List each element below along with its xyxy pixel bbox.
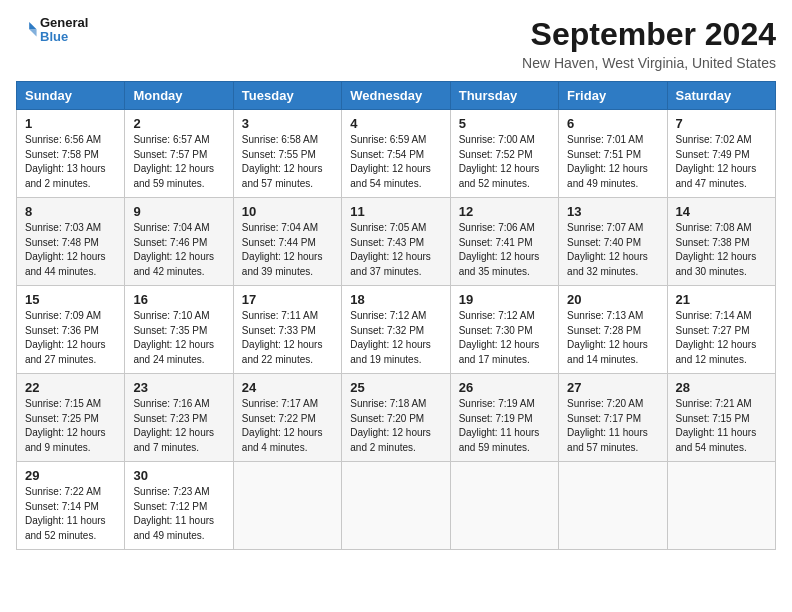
logo: General Blue <box>16 16 88 45</box>
day-info: Sunrise: 6:56 AM Sunset: 7:58 PM Dayligh… <box>25 133 116 191</box>
day-number: 4 <box>350 116 441 131</box>
day-cell: 7Sunrise: 7:02 AM Sunset: 7:49 PM Daylig… <box>667 110 775 198</box>
day-cell: 6Sunrise: 7:01 AM Sunset: 7:51 PM Daylig… <box>559 110 667 198</box>
day-info: Sunrise: 7:18 AM Sunset: 7:20 PM Dayligh… <box>350 397 441 455</box>
header-row: SundayMondayTuesdayWednesdayThursdayFrid… <box>17 82 776 110</box>
day-info: Sunrise: 7:09 AM Sunset: 7:36 PM Dayligh… <box>25 309 116 367</box>
week-row-1: 1Sunrise: 6:56 AM Sunset: 7:58 PM Daylig… <box>17 110 776 198</box>
day-cell: 5Sunrise: 7:00 AM Sunset: 7:52 PM Daylig… <box>450 110 558 198</box>
day-cell: 8Sunrise: 7:03 AM Sunset: 7:48 PM Daylig… <box>17 198 125 286</box>
calendar-body: 1Sunrise: 6:56 AM Sunset: 7:58 PM Daylig… <box>17 110 776 550</box>
day-info: Sunrise: 7:14 AM Sunset: 7:27 PM Dayligh… <box>676 309 767 367</box>
day-cell: 20Sunrise: 7:13 AM Sunset: 7:28 PM Dayli… <box>559 286 667 374</box>
day-info: Sunrise: 7:01 AM Sunset: 7:51 PM Dayligh… <box>567 133 658 191</box>
day-info: Sunrise: 7:03 AM Sunset: 7:48 PM Dayligh… <box>25 221 116 279</box>
day-cell: 29Sunrise: 7:22 AM Sunset: 7:14 PM Dayli… <box>17 462 125 550</box>
day-info: Sunrise: 7:02 AM Sunset: 7:49 PM Dayligh… <box>676 133 767 191</box>
day-info: Sunrise: 7:10 AM Sunset: 7:35 PM Dayligh… <box>133 309 224 367</box>
title-area: September 2024 New Haven, West Virginia,… <box>522 16 776 71</box>
day-number: 14 <box>676 204 767 219</box>
day-number: 27 <box>567 380 658 395</box>
day-number: 8 <box>25 204 116 219</box>
day-info: Sunrise: 7:06 AM Sunset: 7:41 PM Dayligh… <box>459 221 550 279</box>
day-cell: 9Sunrise: 7:04 AM Sunset: 7:46 PM Daylig… <box>125 198 233 286</box>
day-number: 11 <box>350 204 441 219</box>
logo-icon <box>16 19 38 41</box>
day-cell <box>667 462 775 550</box>
day-number: 12 <box>459 204 550 219</box>
day-info: Sunrise: 7:11 AM Sunset: 7:33 PM Dayligh… <box>242 309 333 367</box>
day-cell: 16Sunrise: 7:10 AM Sunset: 7:35 PM Dayli… <box>125 286 233 374</box>
day-info: Sunrise: 7:17 AM Sunset: 7:22 PM Dayligh… <box>242 397 333 455</box>
day-cell: 26Sunrise: 7:19 AM Sunset: 7:19 PM Dayli… <box>450 374 558 462</box>
day-number: 25 <box>350 380 441 395</box>
day-info: Sunrise: 6:58 AM Sunset: 7:55 PM Dayligh… <box>242 133 333 191</box>
day-number: 24 <box>242 380 333 395</box>
day-info: Sunrise: 7:19 AM Sunset: 7:19 PM Dayligh… <box>459 397 550 455</box>
day-number: 16 <box>133 292 224 307</box>
week-row-4: 22Sunrise: 7:15 AM Sunset: 7:25 PM Dayli… <box>17 374 776 462</box>
day-info: Sunrise: 6:59 AM Sunset: 7:54 PM Dayligh… <box>350 133 441 191</box>
day-number: 19 <box>459 292 550 307</box>
header-cell-sunday: Sunday <box>17 82 125 110</box>
day-cell: 1Sunrise: 6:56 AM Sunset: 7:58 PM Daylig… <box>17 110 125 198</box>
day-info: Sunrise: 7:12 AM Sunset: 7:32 PM Dayligh… <box>350 309 441 367</box>
day-cell: 24Sunrise: 7:17 AM Sunset: 7:22 PM Dayli… <box>233 374 341 462</box>
day-cell <box>342 462 450 550</box>
day-cell: 23Sunrise: 7:16 AM Sunset: 7:23 PM Dayli… <box>125 374 233 462</box>
header: General Blue September 2024 New Haven, W… <box>16 16 776 71</box>
day-cell: 25Sunrise: 7:18 AM Sunset: 7:20 PM Dayli… <box>342 374 450 462</box>
day-number: 18 <box>350 292 441 307</box>
day-number: 29 <box>25 468 116 483</box>
day-cell: 30Sunrise: 7:23 AM Sunset: 7:12 PM Dayli… <box>125 462 233 550</box>
day-info: Sunrise: 7:21 AM Sunset: 7:15 PM Dayligh… <box>676 397 767 455</box>
week-row-2: 8Sunrise: 7:03 AM Sunset: 7:48 PM Daylig… <box>17 198 776 286</box>
logo-text: General Blue <box>40 16 88 45</box>
day-info: Sunrise: 7:16 AM Sunset: 7:23 PM Dayligh… <box>133 397 224 455</box>
day-info: Sunrise: 7:08 AM Sunset: 7:38 PM Dayligh… <box>676 221 767 279</box>
header-cell-tuesday: Tuesday <box>233 82 341 110</box>
logo-line1: General <box>40 16 88 30</box>
day-info: Sunrise: 7:12 AM Sunset: 7:30 PM Dayligh… <box>459 309 550 367</box>
day-number: 6 <box>567 116 658 131</box>
day-number: 26 <box>459 380 550 395</box>
header-cell-friday: Friday <box>559 82 667 110</box>
svg-marker-1 <box>29 30 36 37</box>
day-number: 7 <box>676 116 767 131</box>
day-info: Sunrise: 7:13 AM Sunset: 7:28 PM Dayligh… <box>567 309 658 367</box>
day-cell: 17Sunrise: 7:11 AM Sunset: 7:33 PM Dayli… <box>233 286 341 374</box>
day-cell: 4Sunrise: 6:59 AM Sunset: 7:54 PM Daylig… <box>342 110 450 198</box>
day-number: 3 <box>242 116 333 131</box>
day-number: 13 <box>567 204 658 219</box>
day-info: Sunrise: 7:00 AM Sunset: 7:52 PM Dayligh… <box>459 133 550 191</box>
day-number: 15 <box>25 292 116 307</box>
calendar-table: SundayMondayTuesdayWednesdayThursdayFrid… <box>16 81 776 550</box>
day-number: 10 <box>242 204 333 219</box>
day-number: 2 <box>133 116 224 131</box>
day-number: 28 <box>676 380 767 395</box>
day-cell <box>559 462 667 550</box>
header-cell-saturday: Saturday <box>667 82 775 110</box>
day-cell: 18Sunrise: 7:12 AM Sunset: 7:32 PM Dayli… <box>342 286 450 374</box>
day-number: 17 <box>242 292 333 307</box>
calendar-subtitle: New Haven, West Virginia, United States <box>522 55 776 71</box>
day-number: 5 <box>459 116 550 131</box>
day-cell: 14Sunrise: 7:08 AM Sunset: 7:38 PM Dayli… <box>667 198 775 286</box>
logo-line2: Blue <box>40 30 88 44</box>
day-cell: 10Sunrise: 7:04 AM Sunset: 7:44 PM Dayli… <box>233 198 341 286</box>
day-number: 1 <box>25 116 116 131</box>
day-info: Sunrise: 7:07 AM Sunset: 7:40 PM Dayligh… <box>567 221 658 279</box>
week-row-5: 29Sunrise: 7:22 AM Sunset: 7:14 PM Dayli… <box>17 462 776 550</box>
day-cell: 27Sunrise: 7:20 AM Sunset: 7:17 PM Dayli… <box>559 374 667 462</box>
day-cell: 2Sunrise: 6:57 AM Sunset: 7:57 PM Daylig… <box>125 110 233 198</box>
svg-marker-0 <box>29 22 36 29</box>
day-info: Sunrise: 7:04 AM Sunset: 7:44 PM Dayligh… <box>242 221 333 279</box>
day-info: Sunrise: 7:23 AM Sunset: 7:12 PM Dayligh… <box>133 485 224 543</box>
day-cell <box>233 462 341 550</box>
day-cell: 22Sunrise: 7:15 AM Sunset: 7:25 PM Dayli… <box>17 374 125 462</box>
day-info: Sunrise: 7:04 AM Sunset: 7:46 PM Dayligh… <box>133 221 224 279</box>
header-cell-wednesday: Wednesday <box>342 82 450 110</box>
day-number: 9 <box>133 204 224 219</box>
day-cell: 13Sunrise: 7:07 AM Sunset: 7:40 PM Dayli… <box>559 198 667 286</box>
day-cell: 12Sunrise: 7:06 AM Sunset: 7:41 PM Dayli… <box>450 198 558 286</box>
